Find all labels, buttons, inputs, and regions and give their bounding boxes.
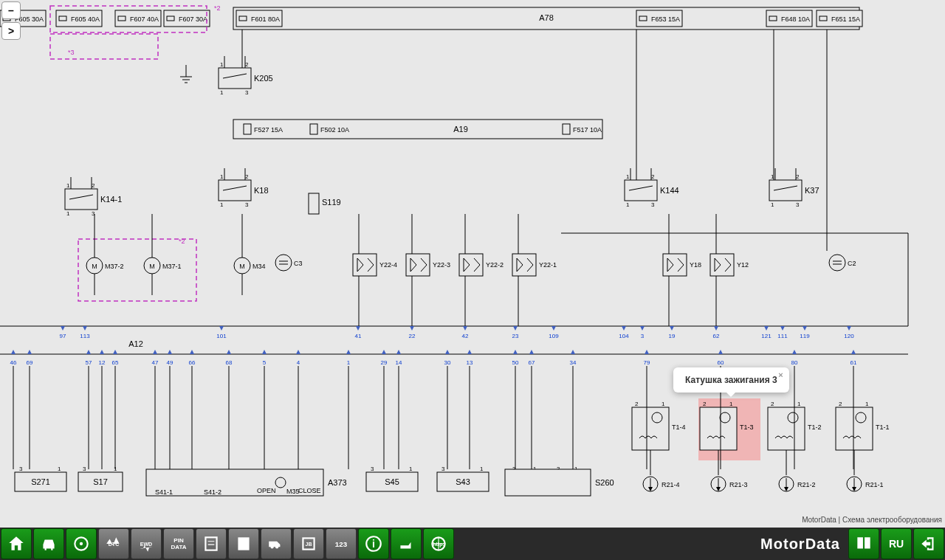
brand-label: MotorData xyxy=(753,536,848,553)
svg-text:*2: *2 xyxy=(179,238,185,245)
svg-text:F601 80A: F601 80A xyxy=(251,15,280,23)
svg-rect-7 xyxy=(118,16,126,21)
svg-text:Y22-3: Y22-3 xyxy=(433,261,450,269)
fuse[interactable]: F601 80A xyxy=(236,10,282,27)
relay[interactable]: K181213 xyxy=(219,173,269,208)
svg-rect-71 xyxy=(563,124,570,134)
tooltip-text: Катушка зажигания 3 xyxy=(685,375,777,385)
injector[interactable]: Y22-4 xyxy=(353,254,397,276)
toolbar-tsb-button[interactable]: TSB xyxy=(228,528,259,559)
injector[interactable]: Y12 xyxy=(710,254,749,276)
svg-marker-201 xyxy=(467,350,472,354)
svg-text:3: 3 xyxy=(441,466,445,472)
injector[interactable]: Y18 xyxy=(663,254,701,276)
svg-text:1: 1 xyxy=(220,61,224,68)
svg-marker-175 xyxy=(86,350,91,354)
svg-text:1: 1 xyxy=(480,466,484,472)
relay[interactable]: K14-11213 xyxy=(65,182,122,217)
fuse[interactable]: F605 40A xyxy=(56,10,102,27)
tooltip-coil-3: Катушка зажигания 3 × xyxy=(673,367,789,393)
fuse[interactable]: F651 15A xyxy=(817,10,862,27)
svg-rect-10 xyxy=(167,16,174,21)
svg-text:S43: S43 xyxy=(456,477,470,486)
svg-marker-161 xyxy=(714,326,718,331)
svg-point-249 xyxy=(720,412,730,423)
motor[interactable]: MM37-1 xyxy=(144,257,182,274)
toolbar-wheel-button[interactable] xyxy=(66,528,97,559)
toolbar-oil-button[interactable] xyxy=(391,528,422,559)
svg-text:1: 1 xyxy=(771,201,774,208)
toolbar-book-button[interactable] xyxy=(848,528,879,559)
relay[interactable]: K2051213 xyxy=(219,61,273,96)
fuse[interactable]: F653 15A xyxy=(636,10,682,27)
toolbar-lang-button[interactable]: RU xyxy=(881,528,912,559)
ecu-label: A12 xyxy=(128,339,143,348)
toolbar-home-button[interactable] xyxy=(1,528,32,559)
injector[interactable]: Y22-2 xyxy=(459,254,504,276)
zoom-next-button[interactable]: > xyxy=(1,22,21,40)
svg-rect-92 xyxy=(406,254,430,276)
mid-rail-label: A19 xyxy=(453,125,468,134)
svg-text:C3: C3 xyxy=(294,260,303,267)
zoom-controls: – > xyxy=(1,1,21,43)
ignition-coil[interactable]: T1-121 xyxy=(836,401,890,450)
relay[interactable]: K371213 xyxy=(769,173,819,208)
motor[interactable]: MM37-2 xyxy=(86,257,124,274)
svg-text:22: 22 xyxy=(409,333,416,339)
svg-text:Y22-2: Y22-2 xyxy=(486,261,504,269)
toolbar-buttons: DTCEWDPINDATATSBJB123ihttp: xyxy=(0,528,455,560)
svg-text:S41-2: S41-2 xyxy=(204,488,221,496)
fuse[interactable]: F607 30A xyxy=(164,10,210,27)
toolbar-http-button[interactable]: http: xyxy=(423,528,454,559)
fuse[interactable]: F648 10A xyxy=(766,10,812,27)
svg-text:14: 14 xyxy=(396,359,402,366)
toolbar-jb-button[interactable]: JB xyxy=(293,528,324,559)
svg-text:19: 19 xyxy=(669,333,676,339)
svg-rect-99 xyxy=(459,254,483,276)
svg-text:3: 3 xyxy=(651,201,655,208)
toolbar-info-button[interactable]: i xyxy=(358,528,389,559)
svg-marker-159 xyxy=(670,326,674,331)
svg-text:F653 15A: F653 15A xyxy=(651,15,680,23)
toolbar-scan-button[interactable] xyxy=(196,528,227,559)
svg-text:F648 10A: F648 10A xyxy=(781,15,810,23)
svg-marker-157 xyxy=(640,326,645,331)
svg-text:111: 111 xyxy=(777,333,788,339)
svg-text:K205: K205 xyxy=(254,74,273,83)
coils-row: T1-421T1-321T1-221T1-121 xyxy=(632,401,890,450)
toolbar-ewd-button[interactable]: EWD xyxy=(131,528,162,559)
svg-text:65: 65 xyxy=(112,359,119,366)
switch-s119-label: S119 xyxy=(322,198,341,207)
svg-text:80: 80 xyxy=(791,359,798,366)
svg-rect-13 xyxy=(239,16,247,21)
svg-text:S17: S17 xyxy=(93,477,108,486)
svg-text:109: 109 xyxy=(549,333,559,339)
tooltip-close-icon[interactable]: × xyxy=(778,370,783,379)
injector[interactable]: Y22-1 xyxy=(512,254,557,276)
svg-text:47: 47 xyxy=(152,359,159,366)
motor[interactable]: MM34 xyxy=(234,257,266,274)
svg-text:29: 29 xyxy=(381,359,388,366)
fuse[interactable]: F607 40A xyxy=(115,10,161,27)
svg-text:C2: C2 xyxy=(848,260,856,267)
relay[interactable]: K1441213 xyxy=(625,173,679,208)
svg-marker-213 xyxy=(792,350,797,354)
toolbar-dtc-button[interactable]: DTC xyxy=(98,528,129,559)
toolbar-van-button[interactable] xyxy=(261,528,292,559)
svg-text:120: 120 xyxy=(844,333,854,339)
svg-marker-207 xyxy=(571,350,575,354)
ignition-coil[interactable]: T1-421 xyxy=(632,401,686,450)
toolbar-car-button[interactable] xyxy=(33,528,64,559)
svg-text:62: 62 xyxy=(713,333,720,339)
toolbar-exit-button[interactable] xyxy=(913,528,944,559)
toolbar-pindata-button[interactable]: PINDATA xyxy=(163,528,194,559)
svg-text:S41-1: S41-1 xyxy=(155,488,173,496)
svg-marker-177 xyxy=(100,350,104,354)
toolbar-123-button[interactable]: 123 xyxy=(326,528,357,559)
svg-marker-185 xyxy=(190,350,194,354)
svg-rect-85 xyxy=(353,254,377,276)
svg-text:119: 119 xyxy=(800,333,810,339)
injector[interactable]: Y22-3 xyxy=(406,254,450,276)
zoom-minus-button[interactable]: – xyxy=(1,1,21,19)
wiring-diagram[interactable]: A78 F605 30AF605 40AF607 40AF607 30AF601… xyxy=(0,0,945,528)
